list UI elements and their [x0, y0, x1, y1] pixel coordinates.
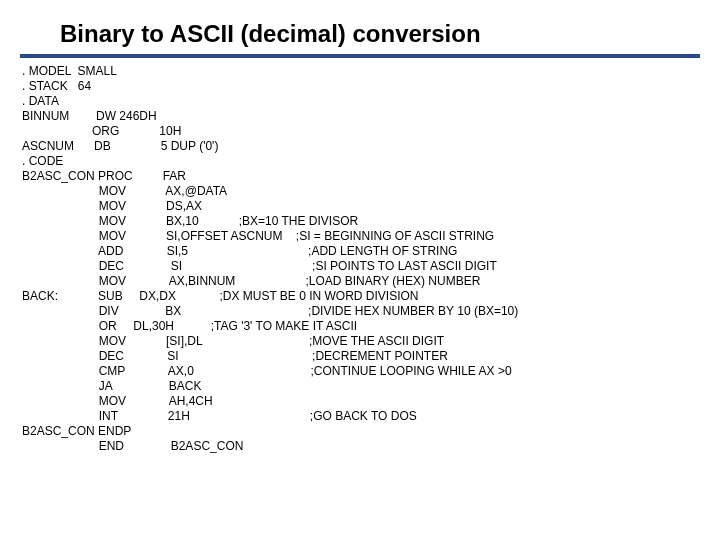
title-rule: [20, 54, 700, 58]
page-title: Binary to ASCII (decimal) conversion: [0, 0, 720, 54]
code-block: . MODEL SMALL . STACK 64 . DATA BINNUM D…: [0, 64, 720, 454]
